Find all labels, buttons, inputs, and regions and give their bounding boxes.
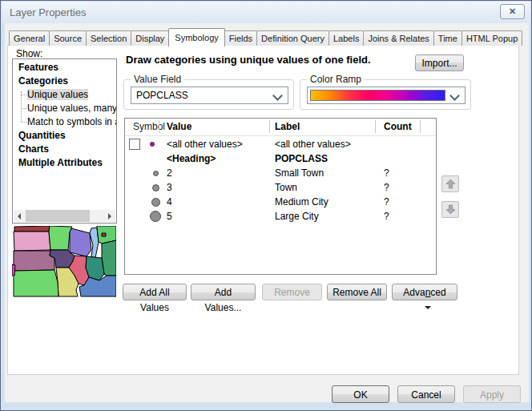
show-list: FeaturesCategoriesUnique valuesUnique va… [12, 58, 117, 224]
tab[interactable]: HTML Popup [461, 30, 522, 46]
tab[interactable]: Display [131, 30, 169, 46]
tab[interactable]: Source [49, 30, 87, 46]
symbol-cell[interactable] [125, 209, 162, 224]
scroll-left-arrow-icon[interactable] [14, 210, 26, 222]
color-ramp-combobox[interactable] [307, 87, 466, 104]
horizontal-scrollbar[interactable] [14, 210, 115, 222]
ok-button[interactable]: OK [332, 385, 389, 403]
down-arrow-icon [445, 204, 456, 215]
symbol-table: Symbol Value Label Count <all other valu… [124, 118, 437, 275]
remove-all-button[interactable]: Remove All [327, 284, 387, 300]
move-down-button [441, 201, 459, 218]
column-header-label: Label [275, 119, 300, 135]
value-cell: 3 [167, 180, 172, 195]
count-cell: ? [384, 195, 389, 209]
value-cell: <all other values> [167, 137, 243, 151]
add-values-button[interactable]: Add Values... [191, 284, 256, 300]
chevron-down-icon [449, 91, 460, 101]
tab[interactable]: Time [433, 30, 462, 46]
dropdown-arrow-icon [425, 306, 431, 309]
close-icon: ✕ [509, 6, 516, 16]
tab[interactable]: Fields [224, 30, 257, 46]
symbol-cell[interactable] [125, 195, 162, 209]
show-items: FeaturesCategoriesUnique valuesUnique va… [13, 61, 116, 170]
close-button[interactable]: ✕ [500, 4, 525, 19]
show-list-item[interactable]: Multiple Attributes [13, 156, 116, 170]
table-row[interactable]: 5 Large City ? [125, 209, 436, 224]
value-cell: 2 [167, 166, 172, 180]
remove-button: Remove [262, 284, 322, 300]
value-cell: <Heading> [167, 151, 216, 166]
label-cell: Medium City [275, 195, 328, 209]
scrollbar-thumb[interactable] [26, 210, 90, 222]
count-cell: ? [384, 166, 389, 180]
column-divider [159, 120, 159, 133]
table-row[interactable]: 4 Medium City ? [125, 195, 436, 209]
column-header-value: Value [167, 119, 191, 135]
table-row[interactable]: <Heading> POPCLASS [125, 151, 436, 166]
label-cell: Town [275, 180, 297, 195]
show-list-item[interactable]: Features [13, 61, 116, 75]
tab[interactable]: Selection [86, 30, 131, 46]
symbol-cell[interactable] [125, 137, 162, 151]
show-list-item[interactable]: Match to symbols in a [13, 115, 116, 129]
tab-strip: GeneralSourceSelectionDisplaySymbologyFi… [9, 27, 522, 46]
tab[interactable]: Definition Query [256, 30, 329, 46]
titlebar[interactable]: Layer Properties [2, 2, 530, 23]
advanced-button[interactable]: Advanced [392, 284, 457, 300]
symbol-cell[interactable] [125, 180, 162, 195]
color-ramp-group-label: Color Ramp [307, 74, 365, 85]
chevron-down-icon [272, 91, 283, 101]
move-up-button [441, 175, 459, 192]
tab[interactable]: General [9, 30, 50, 46]
add-all-values-button[interactable]: Add All Values [123, 284, 187, 300]
color-ramp-swatch [310, 90, 445, 101]
count-cell: ? [384, 209, 389, 224]
show-list-item[interactable]: Categories [13, 75, 116, 88]
show-list-item[interactable]: Charts [13, 143, 116, 156]
column-divider [420, 120, 421, 133]
value-cell: 4 [167, 195, 172, 209]
symbol-table-header: Symbol Value Label Count [125, 119, 436, 136]
table-row[interactable]: 3 Town ? [125, 180, 436, 195]
column-header-symbol: Symbol [133, 119, 165, 135]
table-row[interactable]: 2 Small Town ? [125, 166, 436, 180]
symbol-cell[interactable] [125, 151, 162, 166]
symbol-cell[interactable] [125, 166, 162, 180]
table-row[interactable]: <all other values> <all other values> [125, 137, 436, 151]
tab[interactable]: Labels [328, 30, 364, 46]
show-list-item[interactable]: Unique values, many [13, 102, 116, 115]
map-preview [12, 226, 116, 299]
tab[interactable]: Symbology [168, 28, 224, 46]
label-cell: <all other values> [275, 137, 351, 151]
up-arrow-icon [445, 179, 456, 189]
label-cell: Large City [275, 209, 319, 224]
cancel-button[interactable]: Cancel [397, 385, 455, 403]
value-field-group-label: Value Field [131, 74, 184, 85]
value-field-value: POPCLASS [136, 87, 188, 103]
value-field-group: Value Field POPCLASS [123, 79, 294, 110]
show-label: Show: [16, 48, 42, 59]
column-divider [269, 120, 270, 133]
apply-button: Apply [463, 385, 521, 403]
value-field-combobox[interactable]: POPCLASS [131, 87, 288, 104]
count-cell: ? [384, 180, 389, 195]
value-cell: 5 [167, 209, 172, 224]
scroll-right-arrow-icon[interactable] [103, 210, 115, 222]
layer-properties-dialog: Layer Properties ✕ GeneralSourceSelectio… [0, 0, 532, 411]
tab[interactable]: Joins & Relates [363, 30, 433, 46]
label-cell: POPCLASS [275, 151, 328, 166]
show-list-item[interactable]: Quantities [13, 129, 116, 143]
column-header-count: Count [384, 119, 412, 135]
import-button[interactable]: Import... [415, 54, 464, 71]
tab-page-symbology: Show: FeaturesCategoriesUnique valuesUni… [7, 45, 519, 375]
show-list-item[interactable]: Unique values [13, 88, 116, 102]
label-cell: Small Town [275, 166, 324, 180]
symbol-table-body: <all other values> <all other values> <H… [125, 135, 436, 274]
color-ramp-group: Color Ramp [300, 79, 471, 110]
column-divider [375, 120, 376, 133]
window-title: Layer Properties [10, 2, 86, 23]
description-heading: Draw categories using unique values of o… [126, 54, 410, 66]
